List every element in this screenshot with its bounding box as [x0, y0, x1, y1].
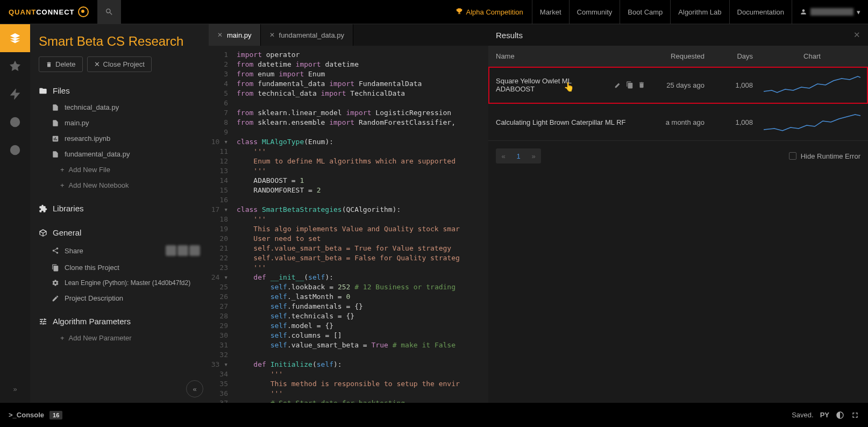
result-sparkline	[764, 74, 860, 96]
result-requested: a month ago	[645, 118, 705, 126]
rail-star[interactable]	[0, 52, 30, 80]
file-main[interactable]: main.py	[39, 115, 200, 131]
console-toggle[interactable]: >_Console	[9, 411, 44, 419]
alpha-competition-link[interactable]: Alpha Competition	[447, 0, 532, 24]
sliders-icon	[39, 317, 47, 326]
rail-support[interactable]	[0, 136, 30, 164]
file-research[interactable]: research.ipynb	[39, 131, 200, 146]
files-section[interactable]: Files	[39, 82, 200, 99]
general-label: General	[53, 228, 81, 237]
share-row[interactable]: Share	[39, 241, 200, 260]
pencil-icon[interactable]	[614, 81, 622, 89]
close-icon[interactable]: ✕	[217, 31, 223, 39]
svg-point-2	[13, 148, 17, 152]
general-section[interactable]: General	[39, 224, 200, 241]
file-icon	[52, 151, 59, 158]
saved-status: Saved.	[792, 411, 813, 419]
chart-circle-icon	[10, 117, 20, 127]
notebook-icon	[52, 135, 59, 143]
files-label: Files	[53, 86, 70, 95]
hide-runtime-error[interactable]: Hide Runtime Error	[789, 152, 860, 160]
copy-icon[interactable]	[626, 81, 634, 89]
nav-bootcamp[interactable]: Boot Camp	[620, 0, 670, 24]
add-new-file[interactable]: + Add New File	[39, 162, 200, 177]
page-next[interactable]: »	[526, 148, 541, 163]
file-fundamental-data[interactable]: fundamental_data.py	[39, 146, 200, 162]
page-prev[interactable]: «	[496, 148, 511, 163]
delete-button[interactable]: Delete	[39, 56, 83, 72]
col-chart: Chart	[764, 52, 860, 60]
flash-icon	[10, 89, 20, 99]
layers-icon	[9, 32, 21, 44]
share-avatars	[166, 245, 200, 256]
close-icon[interactable]: ✕	[269, 31, 275, 39]
col-name: Name	[496, 52, 645, 60]
col-days: Days	[715, 52, 753, 60]
result-days: 1,008	[715, 81, 753, 89]
lifebuoy-icon	[10, 145, 20, 155]
result-days: 1,008	[715, 118, 753, 126]
lean-engine[interactable]: Lean Engine (Python): Master (14d0b47fd2…	[39, 275, 200, 290]
result-name: Calculating Light Brown Caterpillar ML R…	[496, 118, 626, 126]
code-area[interactable]: 12345678910 ▾11121314151617 ▾18192021222…	[209, 46, 488, 403]
gear-icon	[52, 279, 59, 287]
contrast-icon[interactable]	[836, 411, 844, 419]
result-row[interactable]: Square Yellow Owlet ML ADABOOST 25 days …	[488, 67, 868, 104]
file-technical-data[interactable]: technical_data.py	[39, 99, 200, 115]
folder-icon	[39, 87, 47, 95]
checkbox[interactable]	[789, 152, 796, 160]
trash-icon	[46, 61, 52, 68]
rail-flash[interactable]	[0, 80, 30, 108]
star-icon	[10, 61, 20, 72]
logo[interactable]: QUANTCONNECT	[0, 6, 97, 17]
project-title: Smart Beta CS Research	[39, 34, 200, 49]
clone-icon	[52, 264, 59, 272]
nav-community[interactable]: Community	[569, 0, 620, 24]
result-name: Square Yellow Owlet ML ADABOOST	[496, 77, 606, 93]
params-section[interactable]: Algorithm Parameters	[39, 312, 200, 330]
add-new-parameter[interactable]: + Add New Parameter	[39, 330, 200, 346]
delete-label: Delete	[55, 60, 76, 68]
close-results[interactable]: ✕	[853, 30, 860, 40]
results-panel: Results ✕ Name Requested Days Chart Squa…	[488, 24, 868, 403]
project-description[interactable]: Project Description	[39, 290, 200, 306]
user-menu[interactable]: ▾	[792, 0, 868, 24]
clone-project[interactable]: Clone this Project	[39, 260, 200, 275]
search-button[interactable]	[97, 0, 121, 24]
libraries-section[interactable]: Libraries	[39, 200, 200, 217]
console-count: 16	[49, 411, 62, 419]
nav-market[interactable]: Market	[532, 0, 569, 24]
code-content[interactable]: import operatorfrom datetime import date…	[232, 46, 488, 403]
close-project-button[interactable]: ✕ Close Project	[87, 56, 152, 72]
rail-layers[interactable]	[0, 24, 30, 52]
search-icon	[105, 8, 113, 16]
result-row[interactable]: Calculating Light Brown Caterpillar ML R…	[488, 104, 868, 141]
result-sparkline	[764, 111, 860, 133]
rail-expand[interactable]: »	[0, 375, 30, 403]
add-new-notebook[interactable]: + Add New Notebook	[39, 177, 200, 193]
chevron-right-icon: »	[13, 385, 17, 393]
col-requested: Requested	[645, 52, 705, 60]
top-header: QUANTCONNECT Alpha Competition Market Co…	[0, 0, 868, 24]
share-icon	[52, 247, 59, 254]
results-columns: Name Requested Days Chart	[488, 46, 868, 67]
rail-chart[interactable]	[0, 108, 30, 136]
line-gutter: 12345678910 ▾11121314151617 ▾18192021222…	[209, 46, 232, 403]
fullscreen-icon[interactable]	[851, 411, 859, 419]
icon-rail: »	[0, 24, 30, 403]
results-header: Results ✕	[488, 24, 868, 46]
nav-algorithm-lab[interactable]: Algorithm Lab	[670, 0, 729, 24]
pagination: « 1 » Hide Runtime Error	[488, 141, 868, 171]
code-editor: ✕ main.py ✕ fundamental_data.py 12345678…	[209, 24, 488, 403]
tab-main[interactable]: ✕ main.py	[209, 24, 261, 46]
page-current[interactable]: 1	[511, 148, 526, 163]
results-title: Results	[496, 31, 523, 40]
cube-icon	[39, 229, 47, 237]
chevron-left-icon: «	[193, 385, 196, 393]
edit-icon	[52, 295, 59, 302]
footer: >_Console 16 Saved. PY	[0, 403, 868, 427]
trash-icon[interactable]	[638, 81, 645, 89]
nav-documentation[interactable]: Documentation	[729, 0, 792, 24]
collapse-sidebar[interactable]: «	[186, 380, 203, 397]
tab-fundamental[interactable]: ✕ fundamental_data.py	[261, 24, 353, 46]
